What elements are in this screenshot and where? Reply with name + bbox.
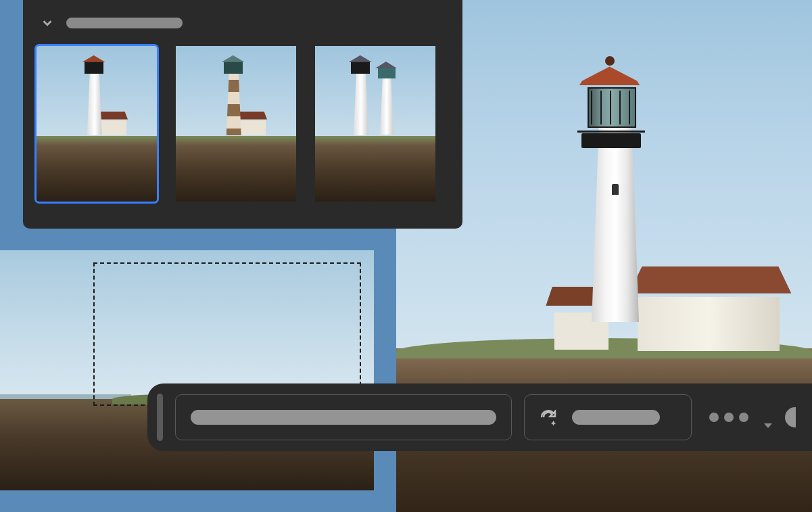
- generate-label-pill: [572, 410, 660, 425]
- tower-window: [612, 184, 619, 195]
- chevron-down-icon: [40, 16, 55, 30]
- sparkle-refresh-icon: [538, 407, 558, 427]
- keeper-house: [638, 297, 780, 351]
- variation-thumb-1[interactable]: [37, 46, 157, 202]
- toolbar-overflow-pill[interactable]: [785, 407, 796, 427]
- keeper-house-roof: [629, 266, 791, 294]
- variations-panel: [23, 0, 462, 229]
- generate-toolbar: [147, 383, 812, 451]
- toolbar-drag-handle[interactable]: [157, 394, 163, 441]
- lighthouse-lantern: [588, 87, 636, 128]
- lighthouse-finial: [605, 56, 615, 66]
- prompt-placeholder-pill: [191, 410, 496, 425]
- collapse-button[interactable]: [37, 12, 58, 34]
- generate-button[interactable]: [524, 394, 692, 440]
- prompt-input[interactable]: [175, 394, 512, 440]
- source-image-panel[interactable]: [0, 250, 374, 490]
- variation-thumbnails: [37, 46, 449, 202]
- variations-title-placeholder: [66, 18, 183, 28]
- variation-thumb-2[interactable]: [176, 46, 296, 202]
- caret-down-icon: [763, 423, 773, 429]
- variation-thumb-3[interactable]: [315, 46, 435, 202]
- variations-header: [37, 12, 449, 34]
- toolbar-dropdown-caret[interactable]: [763, 420, 773, 432]
- more-horizontal-icon: [709, 413, 719, 422]
- lighthouse-gallery: [581, 133, 641, 148]
- more-options-button[interactable]: [704, 413, 754, 422]
